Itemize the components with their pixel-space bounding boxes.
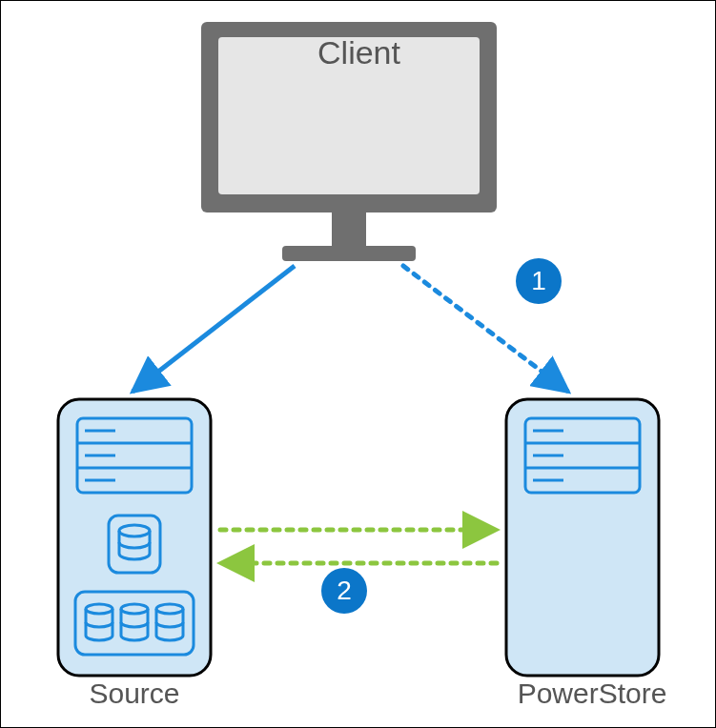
diagram-canvas: Client Source PowerStore 1 2 xyxy=(0,0,716,728)
edge-client-to-source xyxy=(133,266,295,392)
source-label: Source xyxy=(39,677,230,710)
svg-rect-2 xyxy=(332,212,366,246)
svg-rect-3 xyxy=(282,246,416,261)
source-appliance xyxy=(58,399,211,676)
client-label: Client xyxy=(1,34,716,71)
step-badge-2: 2 xyxy=(321,568,367,614)
diagram-svg xyxy=(1,1,716,728)
powerstore-label: PowerStore xyxy=(487,677,697,710)
powerstore-appliance xyxy=(506,399,659,676)
step-badge-1: 1 xyxy=(516,258,562,304)
